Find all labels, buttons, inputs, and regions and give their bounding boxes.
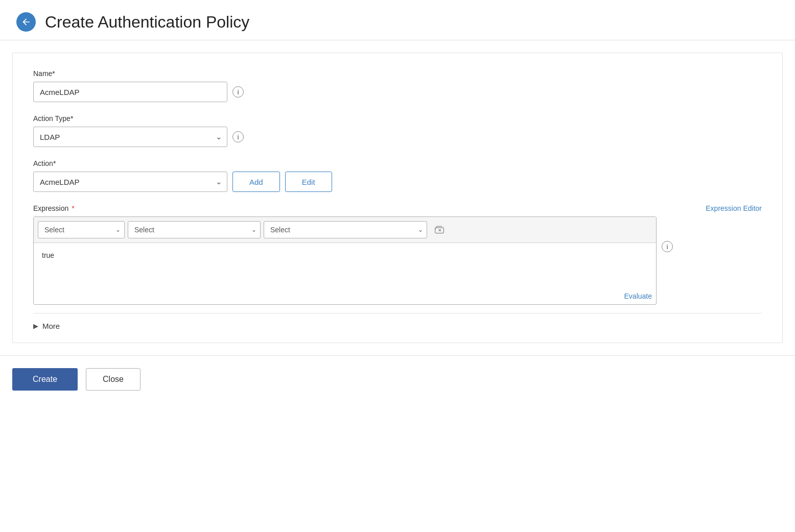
name-info-icon: i xyxy=(232,86,244,98)
evaluate-row: Evaluate xyxy=(34,286,656,304)
expression-select-2[interactable]: Select xyxy=(128,221,261,238)
more-label: More xyxy=(42,322,60,330)
expression-select-3[interactable]: Select xyxy=(264,221,427,238)
action-type-info-icon: i xyxy=(232,131,244,142)
back-icon xyxy=(21,17,31,27)
page-title: Create Authentication Policy xyxy=(45,13,249,32)
action-group: Action* AcmeLDAP ⌄ Add Edit xyxy=(33,159,762,192)
expr-select-2-wrapper: Select ⌄ xyxy=(125,221,261,238)
action-type-row: LDAP LOCAL RADIUS CERT NEGOTIATE SAML ⌄ … xyxy=(33,127,762,147)
expression-selects-row: Select ⌄ Select ⌄ Select xyxy=(34,217,656,243)
back-button[interactable] xyxy=(16,12,36,32)
more-chevron-icon: ▶ xyxy=(33,322,38,330)
close-button[interactable]: Close xyxy=(86,368,141,391)
name-group: Name* i xyxy=(33,69,762,102)
expr-select-3-wrapper: Select ⌄ xyxy=(261,221,427,238)
clear-icon xyxy=(434,225,445,235)
action-label: Action* xyxy=(33,159,762,167)
expr-select-1-wrapper: Select ⌄ xyxy=(38,221,125,238)
name-row: i xyxy=(33,82,762,102)
expression-header: Expression * Expression Editor xyxy=(33,204,762,212)
more-section: ▶ More xyxy=(33,313,762,330)
action-select[interactable]: AcmeLDAP xyxy=(33,172,227,192)
clear-expression-button[interactable] xyxy=(432,223,447,237)
expression-info-icon: i xyxy=(662,241,673,252)
page-header: Create Authentication Policy xyxy=(0,0,795,40)
create-button[interactable]: Create xyxy=(12,368,78,391)
action-row: AcmeLDAP ⌄ Add Edit xyxy=(33,172,762,192)
action-select-wrapper: AcmeLDAP ⌄ xyxy=(33,172,227,192)
action-type-select[interactable]: LDAP LOCAL RADIUS CERT NEGOTIATE SAML xyxy=(33,127,227,147)
footer-buttons: Create Close xyxy=(0,355,795,403)
action-type-group: Action Type* LDAP LOCAL RADIUS CERT NEGO… xyxy=(33,114,762,147)
page-container: Create Authentication Policy Name* i Act… xyxy=(0,0,795,532)
expression-box: Select ⌄ Select ⌄ Select xyxy=(33,216,657,305)
action-type-select-wrapper: LDAP LOCAL RADIUS CERT NEGOTIATE SAML ⌄ xyxy=(33,127,227,147)
name-input[interactable] xyxy=(33,82,227,102)
expression-textarea-wrapper: true xyxy=(34,243,656,286)
edit-button[interactable]: Edit xyxy=(285,172,332,192)
expression-value[interactable]: true xyxy=(40,249,650,280)
more-toggle-button[interactable]: ▶ More xyxy=(33,322,60,330)
expression-select-1[interactable]: Select xyxy=(38,221,125,238)
expression-label: Expression * xyxy=(33,204,75,212)
action-type-label: Action Type* xyxy=(33,114,762,123)
evaluate-link[interactable]: Evaluate xyxy=(624,292,652,300)
name-label: Name* xyxy=(33,69,762,78)
expression-editor-link[interactable]: Expression Editor xyxy=(706,204,762,212)
expression-section: Expression * Expression Editor Select ⌄ xyxy=(33,204,762,305)
form-container: Name* i Action Type* LDAP LOCAL RADIUS C… xyxy=(12,53,783,343)
add-button[interactable]: Add xyxy=(232,172,280,192)
expression-required-star: * xyxy=(69,204,74,212)
expression-outer: Select ⌄ Select ⌄ Select xyxy=(33,216,762,305)
